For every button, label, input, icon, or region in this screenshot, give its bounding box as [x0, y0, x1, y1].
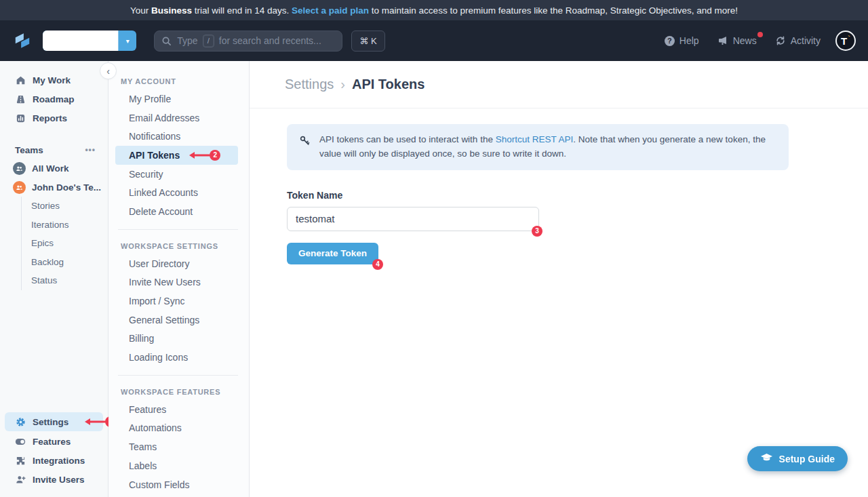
settings-nav-item[interactable]: Security — [115, 165, 238, 184]
select-paid-plan-link[interactable]: Select a paid plan — [292, 5, 369, 16]
sidebar-bottom-group: Settings 1 Features Integrations Invite … — [0, 412, 108, 497]
help-label: Help — [679, 35, 699, 46]
news-notification-dot — [757, 32, 763, 37]
settings-nav-item[interactable]: Notifications — [115, 127, 238, 146]
team-sub-item[interactable]: Iterations — [31, 216, 108, 235]
settings-nav-item-label: Custom Fields — [129, 479, 189, 490]
settings-nav-item-label: Billing — [129, 333, 154, 344]
gear-icon — [15, 417, 26, 427]
team-sub-item-label: Stories — [31, 201, 60, 211]
settings-nav-divider — [118, 375, 238, 376]
settings-nav-section-my-account: My ProfileEmail AddressesNotificationsAP… — [108, 90, 249, 221]
sidebar-item-settings[interactable]: Settings 1 — [5, 412, 103, 431]
settings-nav-item-label: General Settings — [129, 315, 199, 325]
graduation-cap-icon — [760, 453, 773, 464]
setup-guide-label: Setup Guide — [779, 454, 835, 464]
settings-nav-item[interactable]: Loading Icons — [115, 348, 238, 367]
app-header: Create Story ▾ Type / for search and rec… — [0, 20, 868, 61]
collapse-sidebar-button[interactable]: ‹ — [100, 62, 117, 79]
team-sub-item[interactable]: Backlog — [31, 253, 108, 272]
sidebar-item-roadmap[interactable]: Roadmap — [0, 90, 108, 108]
settings-nav-item[interactable]: Import / Sync — [115, 292, 238, 311]
team-avatar — [13, 181, 26, 194]
settings-nav-item-label: Import / Sync — [129, 296, 184, 306]
settings-nav-item-label: My Profile — [129, 94, 171, 104]
settings-nav-item[interactable]: API Tokens2 — [115, 146, 238, 165]
breadcrumb-settings-link[interactable]: Settings — [285, 77, 334, 92]
settings-nav: ‹ MY ACCOUNT My ProfileEmail AddressesNo… — [108, 61, 250, 497]
toggle-icon — [15, 438, 26, 445]
sidebar-item-all-work[interactable]: All Work — [0, 159, 108, 178]
create-story-button[interactable]: Create Story — [43, 31, 118, 51]
road-icon — [15, 94, 26, 104]
settings-nav-item[interactable]: Invite New Users — [115, 273, 238, 292]
settings-nav-item-label: Automations — [129, 422, 182, 433]
settings-nav-item[interactable]: Features — [115, 400, 238, 419]
keyboard-shortcut-badge[interactable]: ⌘ K — [351, 31, 384, 52]
annotation-badge-2: 2 — [210, 150, 220, 161]
help-icon: ? — [665, 36, 675, 46]
settings-nav-item-label: Loading Icons — [129, 352, 188, 363]
teams-more-icon[interactable]: ••• — [85, 145, 96, 155]
generate-token-button[interactable]: Generate Token — [287, 243, 378, 264]
sidebar-item-label: Features — [33, 437, 71, 447]
settings-nav-item[interactable]: Automations — [115, 419, 238, 438]
team-sub-item[interactable]: Status — [31, 271, 108, 290]
caret-down-icon: ▾ — [126, 37, 130, 45]
slash-keycap: / — [203, 35, 214, 47]
sidebar-item-features[interactable]: Features — [0, 432, 108, 451]
search-input[interactable]: Type / for search and recents... — [154, 31, 342, 52]
settings-nav-item[interactable]: Teams — [115, 437, 238, 456]
team-sub-item-label: Backlog — [31, 257, 64, 267]
settings-nav-item[interactable]: Email Addresses — [115, 108, 238, 127]
banner-text: Your — [130, 5, 151, 16]
settings-nav-item[interactable]: General Settings — [115, 311, 238, 330]
key-icon — [299, 135, 311, 161]
info-text-before: API tokens can be used to interact with … — [319, 134, 496, 144]
sidebar-item-label: Roadmap — [33, 94, 75, 104]
team-sub-item[interactable]: Epics — [31, 234, 108, 253]
settings-nav-item[interactable]: Billing — [115, 330, 238, 349]
settings-nav-item-label: Delete Account — [129, 206, 193, 217]
settings-nav-item-label: Teams — [129, 441, 157, 452]
api-tokens-info-box: API tokens can be used to interact with … — [287, 124, 789, 170]
banner-plan-name: Business — [151, 5, 192, 16]
activity-button[interactable]: Activity — [775, 35, 821, 46]
settings-nav-item[interactable]: User Directory — [115, 254, 238, 273]
megaphone-icon — [717, 35, 728, 46]
home-icon — [15, 75, 26, 85]
activity-label: Activity — [791, 35, 821, 46]
team-sub-item-label: Status — [31, 275, 57, 285]
create-story-dropdown-button[interactable]: ▾ — [118, 31, 136, 51]
settings-nav-section-workspace-features: FeaturesAutomationsTeamsLabelsCustom Fie… — [108, 400, 249, 494]
settings-nav-item[interactable]: Labels — [115, 456, 238, 475]
settings-nav-item-label: Features — [129, 404, 166, 415]
info-text: API tokens can be used to interact with … — [319, 133, 776, 161]
sidebar-item-integrations[interactable]: Integrations — [0, 451, 108, 470]
sidebar-item-team-john-doe[interactable]: John Doe's Te... — [0, 178, 108, 197]
settings-nav-item-label: Invite New Users — [129, 277, 201, 287]
shortcut-rest-api-link[interactable]: Shortcut REST API — [496, 134, 574, 144]
sidebar-item-invite-users[interactable]: Invite Users — [0, 470, 108, 489]
token-name-input-wrap: 3 — [287, 207, 539, 231]
settings-nav-item[interactable]: Custom Fields — [115, 475, 238, 494]
token-name-input[interactable] — [287, 207, 539, 231]
help-button[interactable]: ? Help — [665, 35, 699, 46]
avatar-letter: T — [841, 35, 847, 47]
settings-nav-item[interactable]: My Profile — [115, 90, 238, 108]
settings-nav-item[interactable]: Delete Account — [115, 202, 238, 221]
sidebar-item-my-work[interactable]: My Work — [0, 71, 108, 90]
sidebar-item-reports[interactable]: Reports — [0, 108, 108, 127]
settings-nav-item-label: Security — [129, 169, 163, 180]
search-hint-type: Type — [177, 35, 197, 46]
sidebar-item-label: Integrations — [33, 456, 85, 466]
team-sub-item[interactable]: Stories — [31, 197, 108, 216]
shortcut-logo-icon[interactable] — [12, 31, 33, 51]
sidebar-item-label: Reports — [33, 113, 67, 123]
news-button[interactable]: News — [717, 35, 757, 46]
all-work-avatar — [13, 162, 26, 175]
setup-guide-button[interactable]: Setup Guide — [747, 446, 848, 471]
user-avatar[interactable]: T` — [835, 31, 856, 51]
settings-nav-section-workspace-settings: User DirectoryInvite New UsersImport / S… — [108, 254, 249, 367]
settings-nav-item[interactable]: Linked Accounts — [115, 183, 238, 202]
